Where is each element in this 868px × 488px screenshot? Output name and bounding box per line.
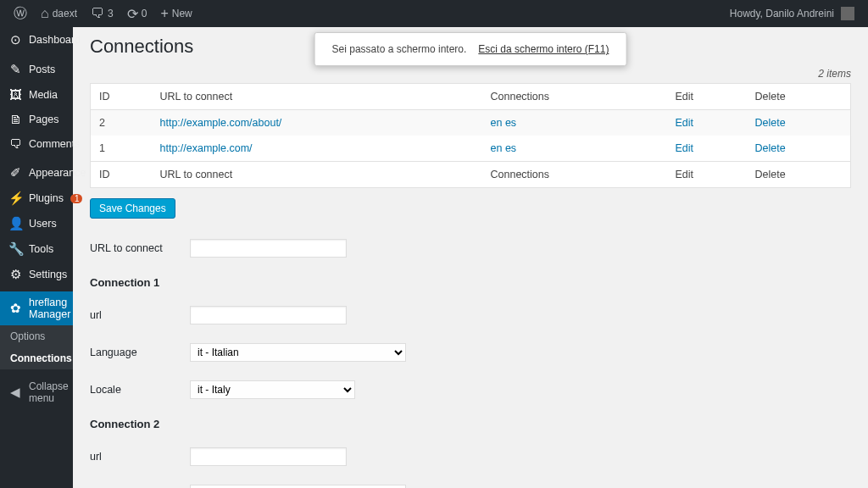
conn2-url-input[interactable] bbox=[190, 447, 347, 466]
wordpress-icon: ⓦ bbox=[14, 5, 27, 23]
col-url[interactable]: URL to connect bbox=[152, 84, 482, 110]
items-count: 2 items bbox=[90, 68, 851, 80]
updates-link[interactable]: ⟳0 bbox=[120, 0, 154, 27]
col-url[interactable]: URL to connect bbox=[152, 162, 482, 188]
cell-id: 1 bbox=[91, 136, 152, 162]
sidebar-item-label: Tools bbox=[29, 243, 53, 255]
sidebar-item-posts[interactable]: ✎Posts bbox=[0, 57, 73, 82]
site-link[interactable]: ⌂daext bbox=[34, 0, 84, 27]
conn1-url-input[interactable] bbox=[190, 306, 347, 324]
url-label: url bbox=[90, 309, 190, 321]
sidebar-item-label: Plugins bbox=[29, 192, 64, 204]
col-connections[interactable]: Connections bbox=[482, 84, 667, 110]
wrench-icon: 🔧 bbox=[8, 241, 22, 257]
sidebar-item-hreflang[interactable]: ✿hreflang Manager bbox=[0, 291, 73, 325]
sidebar-item-appearance[interactable]: ✐Appearance bbox=[0, 160, 73, 186]
wp-logo-link[interactable]: ⓦ bbox=[7, 0, 34, 27]
conn1-language-select[interactable]: it - Italian bbox=[190, 343, 406, 362]
new-link[interactable]: +New bbox=[153, 0, 198, 27]
delete-link[interactable]: Delete bbox=[755, 117, 786, 129]
site-name: daext bbox=[53, 8, 77, 19]
dashboard-icon: ⊙ bbox=[8, 32, 22, 47]
language-label: Language bbox=[90, 347, 190, 358]
exit-fullscreen-link[interactable]: Esci da schermo intero (F11) bbox=[478, 43, 609, 55]
table-row: 2 http://example.com/about/ en es Edit D… bbox=[91, 110, 851, 136]
submenu-options[interactable]: Options bbox=[0, 325, 73, 347]
cell-url-link[interactable]: http://example.com/about/ bbox=[160, 117, 282, 129]
avatar bbox=[841, 7, 854, 20]
connection-2-heading: Connection 2 bbox=[90, 418, 851, 430]
plug-icon: ⚡ bbox=[8, 191, 22, 206]
connections-table: ID URL to connect Connections Edit Delet… bbox=[90, 83, 851, 188]
refresh-icon: ⟳ bbox=[127, 6, 138, 22]
sidebar-item-label: Pages bbox=[29, 114, 58, 125]
sidebar-item-users[interactable]: 👤Users bbox=[0, 211, 73, 236]
collapse-label: Collapse menu bbox=[29, 380, 69, 404]
edit-link[interactable]: Edit bbox=[676, 142, 694, 154]
connection-form: URL to connect Connection 1 url Language… bbox=[90, 239, 851, 488]
edit-link[interactable]: Edit bbox=[676, 117, 694, 129]
col-edit[interactable]: Edit bbox=[667, 162, 747, 188]
conn1-locale-select[interactable]: it - Italy bbox=[190, 380, 355, 399]
sidebar-item-settings[interactable]: ⚙Settings bbox=[0, 262, 73, 287]
col-edit[interactable]: Edit bbox=[667, 84, 747, 110]
cell-id: 2 bbox=[91, 110, 152, 136]
sidebar-item-comments[interactable]: 🗨Comments bbox=[0, 131, 73, 156]
main-content: Sei passato a schermo intero. Esci da sc… bbox=[73, 27, 868, 488]
sidebar-item-label: hreflang Manager bbox=[29, 297, 70, 320]
url-to-connect-label: URL to connect bbox=[90, 242, 190, 254]
fullscreen-notification: Sei passato a schermo intero. Esci da sc… bbox=[314, 32, 627, 66]
media-icon: 🖼 bbox=[8, 87, 22, 102]
chevron-left-icon: ◀ bbox=[8, 385, 22, 400]
updates-count: 0 bbox=[142, 8, 147, 19]
notification-text: Sei passato a schermo intero. bbox=[332, 43, 467, 55]
col-delete[interactable]: Delete bbox=[747, 162, 851, 188]
gear-icon: ⚙ bbox=[8, 267, 22, 282]
sidebar-item-dashboard[interactable]: ⊙Dashboard bbox=[0, 27, 73, 53]
howdy-text: Howdy, Danilo Andreini bbox=[730, 8, 834, 19]
cell-url-link[interactable]: http://example.com/ bbox=[160, 142, 253, 154]
comments-count: 3 bbox=[108, 8, 114, 19]
brush-icon: ✐ bbox=[8, 165, 22, 180]
sidebar-item-plugins[interactable]: ⚡Plugins1 bbox=[0, 186, 73, 211]
hreflang-submenu: Options Connections bbox=[0, 325, 73, 369]
col-connections[interactable]: Connections bbox=[482, 162, 667, 188]
home-icon: ⌂ bbox=[41, 6, 49, 21]
sidebar-item-label: Media bbox=[29, 89, 58, 101]
save-button[interactable]: Save Changes bbox=[90, 198, 175, 219]
comment-icon: 🗨 bbox=[8, 136, 22, 151]
new-label: New bbox=[172, 8, 192, 19]
user-icon: 👤 bbox=[8, 216, 22, 231]
col-id[interactable]: ID bbox=[91, 162, 152, 188]
comment-icon: 🗨 bbox=[91, 6, 104, 21]
col-delete[interactable]: Delete bbox=[747, 84, 851, 110]
admin-topbar: ⓦ ⌂daext 🗨3 ⟳0 +New Howdy, Danilo Andrei… bbox=[0, 0, 868, 27]
collapse-menu[interactable]: ◀Collapse menu bbox=[0, 374, 73, 411]
url-label: url bbox=[90, 451, 190, 463]
delete-link[interactable]: Delete bbox=[755, 142, 786, 154]
col-id[interactable]: ID bbox=[91, 84, 152, 110]
sidebar-item-pages[interactable]: 🗎Pages bbox=[0, 107, 73, 131]
pin-icon: ✎ bbox=[8, 62, 22, 77]
submenu-connections[interactable]: Connections bbox=[0, 347, 73, 369]
sidebar-item-media[interactable]: 🖼Media bbox=[0, 82, 73, 107]
admin-sidebar: ⊙Dashboard ✎Posts 🖼Media 🗎Pages 🗨Comment… bbox=[0, 27, 73, 488]
sidebar-item-label: Posts bbox=[29, 64, 55, 75]
page-icon: 🗎 bbox=[8, 112, 22, 126]
url-to-connect-input[interactable] bbox=[190, 239, 347, 258]
conn2-language-select[interactable]: es - Spanish/Castilian bbox=[190, 485, 406, 488]
cell-conn-link[interactable]: en es bbox=[491, 142, 517, 154]
sidebar-item-label: Settings bbox=[29, 269, 67, 280]
comments-link[interactable]: 🗨3 bbox=[84, 0, 120, 27]
plus-icon: + bbox=[160, 6, 168, 21]
connection-1-heading: Connection 1 bbox=[90, 276, 851, 289]
sidebar-item-tools[interactable]: 🔧Tools bbox=[0, 236, 73, 262]
account-link[interactable]: Howdy, Danilo Andreini bbox=[723, 0, 861, 27]
cell-conn-link[interactable]: en es bbox=[491, 117, 517, 129]
locale-label: Locale bbox=[90, 384, 190, 396]
gear-icon: ✿ bbox=[8, 301, 22, 316]
table-row: 1 http://example.com/ en es Edit Delete bbox=[91, 136, 851, 162]
sidebar-item-label: Users bbox=[29, 218, 57, 230]
